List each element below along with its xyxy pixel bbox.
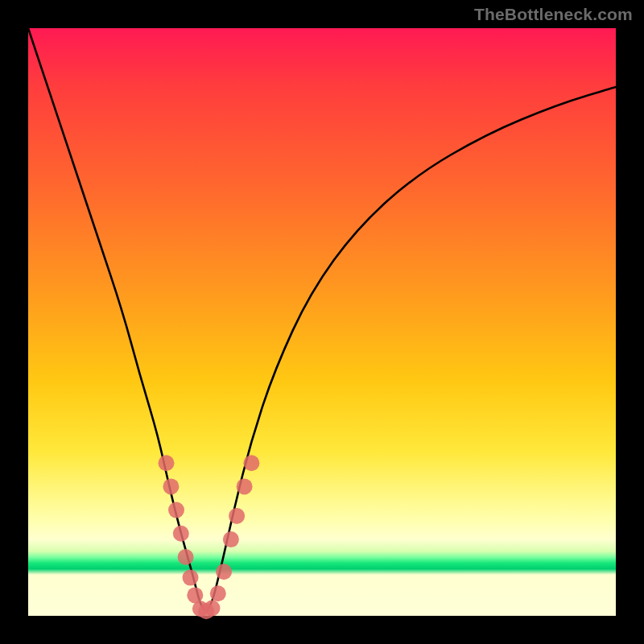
marker-dot (243, 455, 259, 471)
marker-dot (168, 502, 184, 518)
watermark-text: TheBottleneck.com (474, 5, 633, 24)
marker-dot (178, 549, 194, 565)
marker-dot (159, 455, 175, 471)
chart-svg-layer (0, 0, 644, 644)
main-curve (28, 28, 616, 610)
marker-dot (183, 570, 199, 586)
marker-dot (173, 526, 189, 542)
marker-dot (210, 585, 226, 601)
marker-dot (216, 564, 232, 580)
marker-dot (204, 601, 221, 617)
chart-frame: TheBottleneck.com (0, 0, 644, 644)
marker-dots (159, 455, 260, 619)
marker-dot (237, 478, 253, 494)
marker-dot (229, 508, 245, 524)
marker-dot (223, 531, 239, 547)
marker-dot (163, 478, 179, 494)
